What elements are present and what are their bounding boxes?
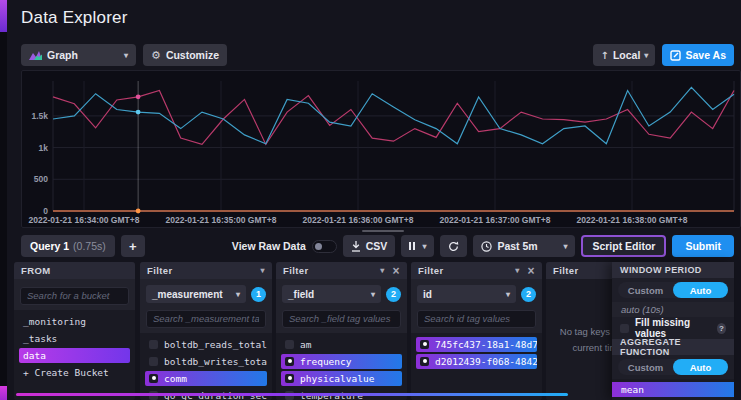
window-auto-option[interactable]: Auto: [673, 282, 728, 298]
close-icon[interactable]: ×: [393, 265, 400, 277]
list-item-label: physicalvalue: [300, 373, 374, 384]
time-series-chart[interactable]: 05001k1.5k2022-01-21 16:34:00 GMT+82022-…: [21, 70, 741, 228]
builder-scrollbar[interactable]: [16, 393, 568, 396]
svg-text:2022-01-21 16:37:00 GMT+8: 2022-01-21 16:37:00 GMT+8: [440, 215, 551, 225]
filter-header-label: Filter: [418, 265, 444, 276]
aggregate-function-list: meanmedianlast: [612, 379, 734, 400]
view-type-label: Graph: [47, 49, 78, 61]
list-item[interactable]: _monitoring: [19, 314, 130, 329]
query-tab-label: Query 1: [30, 240, 69, 252]
query-bar: Query 1 (0.75s) + View Raw Data CSV: [21, 234, 734, 258]
tag-value-search-input[interactable]: [282, 310, 401, 328]
chevron-down-icon: ▾: [236, 290, 240, 299]
filter-header: Filter ▾: [140, 262, 272, 279]
filter-header: Filter ▾ ×: [276, 262, 407, 279]
chevron-down-icon[interactable]: ▾: [380, 266, 384, 275]
window-period-value: auto (10s): [612, 302, 734, 317]
tag-key-dropdown[interactable]: _measurement ▾: [146, 285, 246, 303]
clock-icon: [481, 241, 492, 252]
list-item-label: _tasks: [23, 333, 57, 344]
location-dropdown[interactable]: ↑ Local ▾: [593, 44, 655, 66]
list-item[interactable]: boltdb_writes_total: [145, 354, 267, 369]
filter-controls: _measurement ▾ 1: [140, 279, 272, 333]
nav-rail-logo[interactable]: [0, 0, 7, 32]
query-controls: View Raw Data CSV ▾: [232, 235, 734, 257]
refresh-icon: [448, 241, 459, 252]
view-type-dropdown[interactable]: Graph ▾: [21, 44, 136, 66]
svg-text:2022-01-21 16:34:00 GMT+8: 2022-01-21 16:34:00 GMT+8: [29, 215, 140, 225]
svg-text:1k: 1k: [39, 143, 49, 153]
list-item[interactable]: 745fc437-18a1-48d7-98a6-7..: [416, 337, 537, 352]
list-item[interactable]: _tasks: [19, 331, 130, 346]
time-range-label: Past 5m: [497, 240, 537, 252]
list-item[interactable]: physicalvalue: [281, 371, 402, 386]
bucket-search-input[interactable]: [20, 287, 129, 305]
svg-text:2022-01-21 16:35:00 GMT+8: 2022-01-21 16:35:00 GMT+8: [166, 215, 277, 225]
nav-rail: [0, 0, 7, 400]
from-header: FROM: [14, 262, 135, 279]
aggregate-auto-option[interactable]: Auto: [673, 359, 728, 375]
list-item-label: boltdb_writes_total: [164, 356, 267, 367]
tag-value-search-input[interactable]: [146, 310, 266, 328]
window-custom-option[interactable]: Custom: [618, 282, 673, 298]
checkbox-icon[interactable]: [620, 324, 629, 333]
main-area: Data Explorer Graph ▾ ⚙ Customize ↑ Loca…: [7, 0, 741, 400]
list-item[interactable]: comm: [145, 371, 267, 386]
checkbox-icon: [285, 340, 294, 349]
customize-button[interactable]: ⚙ Customize: [143, 44, 227, 66]
list-item-label: d2012439-f068-4842-bfef-8..: [435, 356, 537, 367]
time-range-dropdown[interactable]: Past 5m ▾: [473, 235, 575, 257]
area-chart-icon: [29, 51, 42, 60]
list-item-label: comm: [164, 373, 187, 384]
checkbox-icon: [149, 357, 158, 366]
filter-controls: id ▾ 2: [411, 279, 542, 333]
checkbox-icon: [420, 340, 429, 349]
chevron-down-icon[interactable]: ▾: [515, 266, 519, 275]
nav-rail-bottom[interactable]: [0, 386, 7, 400]
pause-icon: [409, 240, 417, 252]
checkbox-icon: [285, 357, 294, 366]
list-item[interactable]: mean: [612, 382, 734, 397]
fill-missing-values-label: Fill missing values: [635, 317, 711, 339]
svg-text:2022-01-21 16:38:00 GMT+8: 2022-01-21 16:38:00 GMT+8: [577, 215, 688, 225]
tag-key-dropdown[interactable]: _field ▾: [282, 285, 381, 303]
pause-dropdown-button[interactable]: ▾: [401, 235, 434, 257]
list-item[interactable]: boltdb_reads_total: [145, 337, 267, 352]
list-item[interactable]: am: [281, 337, 402, 352]
script-editor-button[interactable]: Script Editor: [581, 235, 666, 257]
chevron-down-icon: ▾: [563, 242, 567, 251]
tag-value-list: boltdb_reads_totalboltdb_writes_totalcom…: [140, 333, 272, 400]
tag-key-dropdown[interactable]: id ▾: [417, 285, 516, 303]
list-item-label: mean: [621, 384, 644, 395]
add-query-button[interactable]: +: [121, 235, 145, 257]
aggregate-custom-option[interactable]: Custom: [618, 359, 673, 375]
customize-label: Customize: [166, 49, 219, 61]
list-item[interactable]: frequency: [281, 354, 402, 369]
help-icon[interactable]: ?: [717, 323, 726, 334]
window-period-header: WINDOW PERIOD: [612, 262, 734, 278]
filter-header-label: Filter: [147, 265, 173, 276]
chevron-down-icon: ▾: [422, 242, 426, 251]
filter-column-field: Filter ▾ × _field ▾ 2 amfrequencyphysica…: [276, 262, 407, 400]
save-as-icon: [670, 50, 681, 61]
close-icon[interactable]: ×: [528, 265, 535, 277]
bucket-search-area: [14, 279, 135, 310]
refresh-button[interactable]: [440, 235, 467, 257]
list-item[interactable]: d2012439-f068-4842-bfef-8..: [416, 354, 537, 369]
save-as-button[interactable]: Save As: [662, 44, 734, 66]
query-tab[interactable]: Query 1 (0.75s): [21, 235, 115, 257]
list-item[interactable]: data: [19, 348, 130, 363]
chevron-down-icon[interactable]: ▾: [261, 266, 265, 275]
filter-header-label: Filter: [283, 265, 309, 276]
csv-download-button[interactable]: CSV: [343, 235, 396, 257]
fill-missing-values-row[interactable]: Fill missing values ?: [612, 320, 734, 336]
submit-button[interactable]: Submit: [672, 235, 734, 257]
visualization-toolbar: Graph ▾ ⚙ Customize ↑ Local ▾ Save As: [21, 44, 734, 66]
aggregate-function-header: AGGREGATE FUNCTION: [612, 339, 734, 355]
tag-value-search-input[interactable]: [417, 310, 536, 328]
chevron-down-icon: ▾: [371, 290, 375, 299]
view-raw-data-toggle[interactable]: [312, 240, 337, 253]
svg-text:2022-01-21 16:36:00 GMT+8: 2022-01-21 16:36:00 GMT+8: [303, 215, 414, 225]
horizontal-scrollbar-thumb[interactable]: [362, 230, 404, 232]
list-item[interactable]: + Create Bucket: [19, 365, 130, 380]
